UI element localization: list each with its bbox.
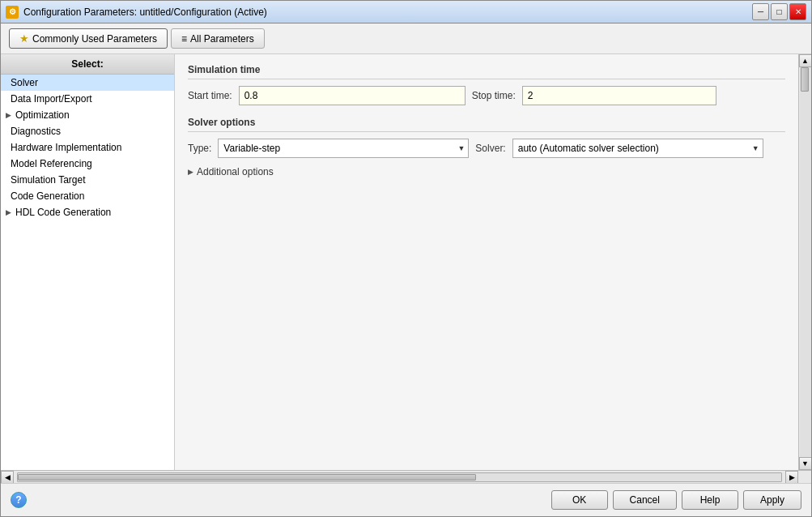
- start-time-input[interactable]: [239, 86, 466, 105]
- type-label: Type:: [188, 143, 211, 154]
- sidebar-item-optimization[interactable]: ▶ Optimization: [1, 107, 174, 123]
- tab-commonly-used[interactable]: ★ Commonly Used Parameters: [9, 28, 168, 49]
- tab-all-parameters[interactable]: ≡ All Parameters: [171, 28, 265, 49]
- list-icon: ≡: [181, 33, 187, 45]
- app-icon: ⚙: [6, 6, 19, 19]
- maximize-button[interactable]: □: [771, 3, 788, 20]
- sidebar-item-data-import-export[interactable]: Data Import/Export: [1, 91, 174, 107]
- solver-dropdown-wrapper: auto (Automatic solver selection) ode45 …: [512, 139, 763, 158]
- apply-button[interactable]: Apply: [743, 490, 801, 510]
- diagnostics-label: Diagnostics: [11, 126, 61, 137]
- solver-options-row: Type: Variable-step Fixed-step Solver: a…: [188, 139, 785, 158]
- cancel-button[interactable]: Cancel: [613, 490, 677, 510]
- solver-options-section: Solver options Type: Variable-step Fixed…: [188, 117, 785, 177]
- sidebar-header: Select:: [1, 54, 174, 75]
- titlebar: ⚙ Configuration Parameters: untitled/Con…: [1, 1, 811, 24]
- data-import-export-label: Data Import/Export: [11, 93, 92, 105]
- star-icon: ★: [19, 32, 29, 45]
- main-window: ⚙ Configuration Parameters: untitled/Con…: [0, 0, 812, 517]
- additional-options-arrow: ▶: [188, 168, 193, 176]
- footer-left: ?: [11, 492, 27, 508]
- scroll-left-arrow[interactable]: ◀: [1, 471, 14, 484]
- vertical-scrollbar: ▲ ▼: [798, 54, 811, 470]
- window-title: Configuration Parameters: untitled/Confi…: [23, 6, 747, 18]
- hdl-code-generation-label: HDL Code Generation: [15, 207, 111, 218]
- sidebar-item-hdl-code-generation[interactable]: ▶ HDL Code Generation: [1, 204, 174, 220]
- sidebar: Select: Solver Data Import/Export ▶ Opti…: [1, 54, 175, 470]
- footer-buttons: OK Cancel Help Apply: [551, 490, 801, 510]
- model-referencing-label: Model Referencing: [11, 158, 92, 169]
- code-generation-label: Code Generation: [11, 190, 84, 202]
- solver-dropdown[interactable]: auto (Automatic solver selection) ode45 …: [512, 139, 763, 158]
- h-scrollbar-thumb[interactable]: [18, 474, 476, 481]
- sidebar-item-simulation-target[interactable]: Simulation Target: [1, 172, 174, 188]
- arrow-icon: ▶: [6, 111, 11, 119]
- solver-label: Solver:: [475, 143, 505, 154]
- main-with-scroll: Simulation time Start time: Stop time: S…: [175, 54, 811, 470]
- ok-button[interactable]: OK: [551, 490, 608, 510]
- horizontal-scrollbar-area: ◀ ▶: [1, 470, 811, 483]
- help-icon[interactable]: ?: [11, 492, 27, 508]
- sidebar-item-hardware-implementation[interactable]: Hardware Implementation: [1, 139, 174, 156]
- sidebar-item-solver[interactable]: Solver: [1, 75, 174, 91]
- scroll-up-arrow[interactable]: ▲: [799, 54, 812, 67]
- arrow-icon-hdl: ▶: [6, 208, 11, 216]
- type-dropdown[interactable]: Variable-step Fixed-step: [218, 139, 469, 158]
- additional-options[interactable]: ▶ Additional options: [188, 166, 785, 177]
- optimization-label: Optimization: [15, 109, 70, 121]
- sidebar-item-model-referencing[interactable]: Model Referencing: [1, 156, 174, 172]
- type-dropdown-wrapper: Variable-step Fixed-step: [218, 139, 469, 158]
- scroll-down-arrow[interactable]: ▼: [799, 457, 812, 470]
- stop-time-label: Stop time:: [472, 90, 516, 101]
- minimize-button[interactable]: ─: [752, 3, 769, 20]
- titlebar-buttons: ─ □ ✕: [752, 3, 806, 20]
- help-button[interactable]: Help: [682, 490, 738, 510]
- scrollbar-thumb[interactable]: [801, 67, 809, 92]
- sidebar-item-diagnostics[interactable]: Diagnostics: [1, 123, 174, 139]
- content-area: Select: Solver Data Import/Export ▶ Opti…: [1, 54, 811, 470]
- footer: ? OK Cancel Help Apply: [1, 483, 811, 516]
- simulation-time-row: Start time: Stop time:: [188, 86, 785, 105]
- start-time-label: Start time:: [188, 90, 232, 101]
- scrollbar-track[interactable]: [800, 67, 811, 457]
- main-panel: Simulation time Start time: Stop time: S…: [175, 54, 798, 470]
- toolbar: ★ Commonly Used Parameters ≡ All Paramet…: [1, 24, 811, 54]
- hardware-implementation-label: Hardware Implementation: [11, 142, 121, 153]
- scroll-right-arrow[interactable]: ▶: [785, 471, 798, 484]
- simulation-time-title: Simulation time: [188, 64, 785, 79]
- additional-options-label: Additional options: [197, 166, 274, 177]
- sidebar-item-code-generation[interactable]: Code Generation: [1, 188, 174, 204]
- close-button[interactable]: ✕: [789, 3, 806, 20]
- simulation-target-label: Simulation Target: [11, 174, 86, 186]
- h-scrollbar-track[interactable]: [17, 472, 782, 482]
- solver-label: Solver: [11, 77, 38, 88]
- solver-options-title: Solver options: [188, 117, 785, 132]
- stop-time-input[interactable]: [522, 86, 716, 105]
